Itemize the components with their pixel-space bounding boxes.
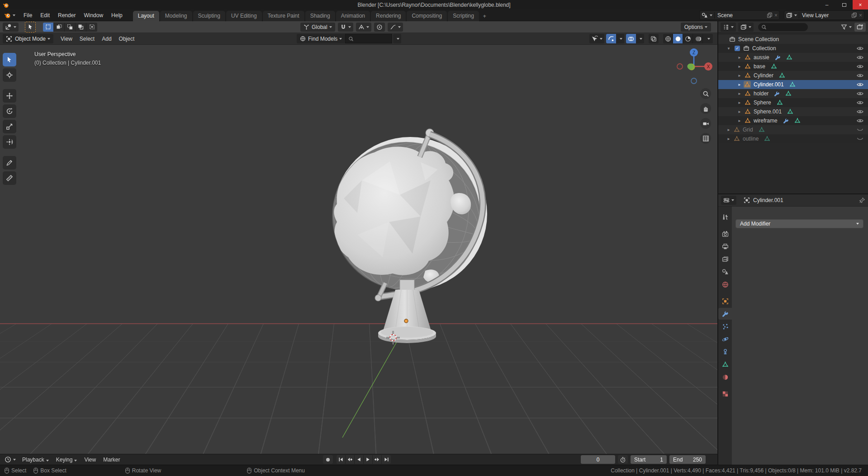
eye-closed-icon[interactable]: [857, 127, 863, 132]
use-preview-range-button[interactable]: [618, 455, 628, 464]
frame-start-field[interactable]: Start1: [631, 455, 667, 464]
tab-shading[interactable]: Shading: [305, 11, 335, 21]
outliner-row-holder[interactable]: ► holder: [718, 89, 868, 98]
eye-icon[interactable]: [857, 91, 863, 96]
tab-scripting[interactable]: Scripting: [448, 11, 479, 21]
mode-dropdown[interactable]: Object Mode: [3, 34, 53, 43]
transform-orientation-dropdown[interactable]: Global: [300, 23, 335, 32]
select-mode-new[interactable]: [43, 23, 54, 32]
jump-to-end-button[interactable]: [382, 455, 391, 464]
eye-icon[interactable]: [857, 100, 863, 105]
outliner-row-collection[interactable]: ▼ ✓ Collection: [718, 44, 868, 53]
menu-playback[interactable]: Playback: [19, 455, 52, 464]
tab-tool-properties[interactable]: [718, 211, 732, 223]
current-frame-field[interactable]: 0: [581, 455, 615, 464]
tab-material-properties[interactable]: [718, 371, 732, 383]
jump-to-start-button[interactable]: [337, 455, 346, 464]
outliner-filter-dropdown[interactable]: [841, 24, 852, 30]
outliner-row-cylinder[interactable]: ► Cylinder: [718, 71, 868, 80]
tool-transform[interactable]: [3, 135, 16, 149]
expand-icon[interactable]: ►: [737, 65, 742, 69]
minimize-button[interactable]: –: [818, 0, 835, 9]
active-tool-box-select[interactable]: [25, 22, 36, 33]
eye-icon[interactable]: [857, 73, 863, 78]
outliner-row-sphere[interactable]: ► Sphere: [718, 98, 868, 107]
tab-object-data-properties[interactable]: [718, 358, 732, 370]
remove-view-layer-button[interactable]: ×: [859, 12, 862, 19]
tab-constraint-properties[interactable]: [718, 346, 732, 358]
outliner-row-wireframe[interactable]: ► wireframe: [718, 116, 868, 125]
eye-closed-icon[interactable]: [857, 137, 863, 141]
prev-keyframe-button[interactable]: [346, 455, 355, 464]
options-dropdown[interactable]: Options: [681, 23, 711, 32]
outliner-row-scene-collection[interactable]: Scene Collection: [718, 35, 868, 44]
menu-edit[interactable]: Edit: [36, 11, 54, 20]
menu-keying[interactable]: Keying: [52, 455, 81, 464]
navigation-gizmo[interactable]: Z X: [677, 48, 714, 86]
menu-timeline-view[interactable]: View: [81, 455, 100, 464]
tab-object-properties[interactable]: [718, 295, 732, 307]
expand-icon[interactable]: ►: [726, 137, 731, 141]
auto-keying-button[interactable]: [323, 455, 333, 464]
outliner-row-outline[interactable]: ► outline: [718, 134, 868, 143]
ortho-toggle-button[interactable]: [700, 133, 711, 144]
outliner-row-grid[interactable]: ► Grid: [718, 125, 868, 134]
shading-wireframe-button[interactable]: [663, 34, 673, 43]
outliner-search-input[interactable]: [758, 23, 808, 31]
tab-modifier-properties[interactable]: [718, 308, 732, 320]
expand-icon[interactable]: ►: [737, 92, 742, 96]
maximize-button[interactable]: [835, 0, 853, 9]
shading-solid-button[interactable]: [673, 34, 683, 43]
tab-render-properties[interactable]: [718, 228, 732, 240]
find-models-dropdown[interactable]: Find Models: [297, 34, 345, 43]
properties-editor-type-button[interactable]: [721, 196, 736, 205]
tool-cursor[interactable]: [3, 68, 16, 82]
frame-end-field[interactable]: End250: [669, 455, 706, 464]
gizmo-minus-x-axis[interactable]: [677, 64, 683, 69]
expand-icon[interactable]: ►: [737, 110, 742, 114]
collection-checkbox[interactable]: ✓: [735, 46, 740, 51]
tool-rotate[interactable]: [3, 104, 16, 118]
expand-icon[interactable]: ►: [737, 119, 742, 123]
select-mode-subtract[interactable]: [65, 23, 76, 32]
outliner-display-mode-dropdown[interactable]: [738, 23, 754, 32]
collapse-icon[interactable]: ▼: [726, 47, 731, 51]
pan-hand-button[interactable]: [700, 103, 711, 114]
timeline-editor-type-button[interactable]: [2, 456, 19, 463]
3d-viewport[interactable]: User Perspective (0) Collection | Cylind…: [0, 45, 717, 454]
tab-uv-editing[interactable]: UV Editing: [226, 11, 262, 21]
menu-file[interactable]: File: [19, 11, 36, 20]
search-options-dropdown[interactable]: [393, 34, 401, 43]
menu-select[interactable]: Select: [76, 34, 98, 43]
menu-marker[interactable]: Marker: [100, 455, 123, 464]
visibility-dropdown[interactable]: [589, 34, 604, 43]
shading-dropdown[interactable]: [703, 34, 713, 43]
outliner-row-base[interactable]: ► base: [718, 62, 868, 71]
gizmos-dropdown[interactable]: [616, 34, 624, 43]
select-mode-invert[interactable]: [76, 23, 86, 32]
new-collection-button[interactable]: [854, 23, 866, 32]
tab-texture-paint[interactable]: Texture Paint: [263, 11, 304, 21]
menu-render[interactable]: Render: [54, 11, 80, 20]
tab-sculpting[interactable]: Sculpting: [193, 11, 225, 21]
tab-scene-properties[interactable]: [718, 266, 732, 278]
tab-compositing[interactable]: Compositing: [407, 11, 447, 21]
play-button[interactable]: [364, 455, 373, 464]
editor-type-button[interactable]: [3, 23, 19, 32]
tab-world-properties[interactable]: [718, 278, 732, 290]
tab-view-layer-properties[interactable]: [718, 253, 732, 265]
play-reverse-button[interactable]: [355, 455, 364, 464]
close-button[interactable]: ×: [853, 0, 868, 9]
tool-annotate[interactable]: [3, 156, 16, 170]
next-keyframe-button[interactable]: [373, 455, 382, 464]
snap-target-dropdown[interactable]: [356, 23, 371, 32]
tab-layout[interactable]: Layout: [133, 11, 159, 21]
expand-icon[interactable]: ►: [737, 101, 742, 105]
eye-icon[interactable]: [857, 109, 863, 114]
tab-modeling[interactable]: Modeling: [160, 11, 192, 21]
overlays-toggle[interactable]: [626, 34, 636, 43]
expand-icon[interactable]: ►: [737, 56, 742, 60]
scene-selector[interactable]: Scene ×: [699, 10, 780, 20]
gizmos-toggle[interactable]: [606, 34, 616, 43]
outliner-row-aussie[interactable]: ► aussie: [718, 53, 868, 62]
